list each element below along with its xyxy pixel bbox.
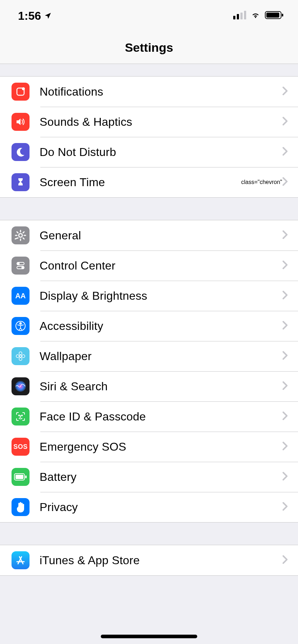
row-label: Face ID & Passcode: [40, 410, 282, 423]
row-label: Sounds & Haptics: [40, 115, 282, 129]
svg-rect-5: [266, 13, 279, 18]
chevron-right-icon: [282, 472, 288, 482]
notifications-icon: [12, 83, 30, 101]
status-bar: 1:56: [0, 0, 298, 32]
status-right: [233, 11, 284, 21]
svg-rect-34: [25, 475, 27, 478]
row-label: Accessibility: [40, 319, 282, 333]
wifi-icon: [250, 11, 261, 21]
appstore-icon: [12, 551, 30, 569]
battery-icon: [265, 11, 284, 21]
svg-rect-0: [233, 16, 235, 19]
hourglass-icon: [12, 173, 30, 191]
settings-group: Notifications Sounds & Haptics Do Not Di…: [0, 76, 298, 198]
gear-icon: [12, 226, 30, 244]
status-time: 1:56: [18, 9, 41, 23]
chevron-right-icon: [282, 381, 288, 392]
row-sounds-haptics[interactable]: Sounds & Haptics: [0, 107, 298, 137]
row-control-center[interactable]: Control Center: [0, 250, 298, 281]
status-left: 1:56: [18, 9, 52, 23]
chevron-right-icon: [282, 321, 288, 331]
cellular-icon: [233, 11, 246, 21]
row-label: Screen Time: [40, 176, 241, 189]
sound-icon: [12, 113, 30, 131]
svg-point-25: [19, 352, 22, 355]
row-itunes-appstore[interactable]: iTunes & App Store: [0, 545, 298, 575]
row-faceid-passcode[interactable]: Face ID & Passcode: [0, 401, 298, 432]
chevron-right-icon: [282, 177, 288, 188]
accessibility-icon: [12, 317, 30, 335]
chevron-right-icon: [282, 290, 288, 301]
chevron-right-icon: [282, 441, 288, 452]
row-label: Control Center: [40, 259, 282, 272]
row-label: Display & Brightness: [40, 289, 282, 303]
svg-rect-33: [15, 475, 23, 479]
row-label: Do Not Disturb: [40, 146, 282, 159]
row-accessibility[interactable]: Accessibility: [0, 311, 298, 341]
row-label: iTunes & App Store: [40, 554, 282, 567]
svg-rect-6: [282, 14, 283, 17]
svg-point-19: [18, 263, 19, 264]
svg-point-23: [20, 323, 22, 325]
svg-rect-1: [237, 14, 239, 19]
chevron-right-icon: [282, 230, 288, 241]
svg-point-24: [19, 355, 22, 357]
svg-line-16: [15, 238, 18, 239]
row-notifications[interactable]: Notifications: [0, 77, 298, 107]
settings-list[interactable]: Notifications Sounds & Haptics Do Not Di…: [0, 64, 298, 644]
chevron-right-icon: [282, 411, 288, 422]
row-label: Battery: [40, 470, 282, 484]
row-label: Emergency SOS: [40, 440, 282, 454]
row-screen-time[interactable]: Screen Time class="chevron": [0, 167, 298, 197]
svg-rect-2: [240, 13, 243, 19]
svg-point-27: [16, 355, 19, 358]
text-size-icon: AA: [12, 287, 30, 305]
page-title: Settings: [125, 41, 173, 55]
chevron-right-icon: [282, 147, 288, 157]
chevron-right-icon: [282, 351, 288, 362]
row-label: General: [40, 229, 282, 242]
moon-icon: [12, 143, 30, 161]
svg-point-21: [22, 267, 24, 268]
row-siri-search[interactable]: Siri & Search: [0, 371, 298, 401]
row-battery[interactable]: Battery: [0, 462, 298, 492]
row-general[interactable]: General: [0, 220, 298, 250]
chevron-right-icon: [282, 116, 288, 127]
chevron-right-icon: [282, 86, 288, 97]
svg-point-8: [22, 87, 25, 90]
nav-header: Settings: [0, 32, 298, 64]
row-label: Siri & Search: [40, 380, 282, 393]
toggles-icon: [12, 257, 30, 275]
home-indicator[interactable]: [101, 635, 197, 638]
chevron-right-icon: [282, 260, 288, 271]
svg-point-9: [19, 234, 22, 237]
siri-icon: [12, 377, 30, 395]
svg-rect-3: [244, 11, 246, 19]
svg-point-30: [19, 415, 19, 416]
svg-line-15: [23, 238, 24, 239]
settings-group: iTunes & App Store: [0, 545, 298, 576]
row-label: Wallpaper: [40, 350, 282, 363]
svg-point-28: [22, 355, 25, 358]
row-wallpaper[interactable]: Wallpaper: [0, 341, 298, 371]
sos-icon: SOS: [12, 438, 30, 456]
svg-line-17: [23, 232, 24, 233]
row-label: Notifications: [40, 85, 282, 98]
location-icon: [44, 9, 52, 23]
svg-line-14: [17, 232, 18, 233]
svg-point-31: [22, 415, 22, 416]
row-privacy[interactable]: Privacy: [0, 492, 298, 522]
chevron-right-icon: [282, 502, 288, 512]
row-do-not-disturb[interactable]: Do Not Disturb: [0, 137, 298, 167]
svg-point-26: [19, 358, 22, 360]
row-emergency-sos[interactable]: SOS Emergency SOS: [0, 432, 298, 462]
faceid-icon: [12, 408, 30, 426]
flower-icon: [12, 347, 30, 365]
row-label: Privacy: [40, 501, 282, 514]
hand-icon: [12, 498, 30, 516]
chevron-right-icon: [282, 555, 288, 566]
row-display-brightness[interactable]: AA Display & Brightness: [0, 281, 298, 311]
battery-icon: [12, 468, 30, 486]
settings-group: General Control Center AA Display & Brig…: [0, 220, 298, 523]
